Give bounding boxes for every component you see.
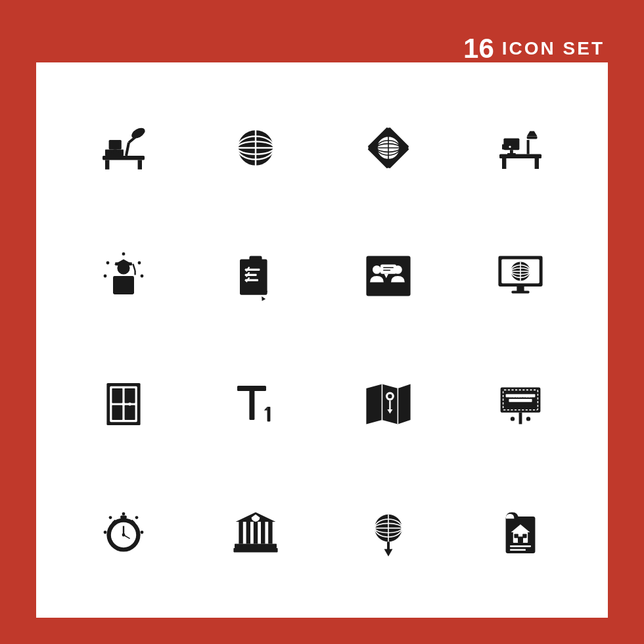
icon-map-pin — [324, 342, 453, 467]
svg-point-38 — [509, 146, 511, 148]
svg-marker-36 — [526, 131, 537, 136]
svg-point-49 — [122, 252, 126, 256]
svg-rect-30 — [534, 158, 538, 169]
svg-point-104 — [109, 516, 112, 519]
icon-desk-lamp — [59, 85, 188, 210]
svg-rect-62 — [383, 267, 394, 268]
svg-line-5 — [126, 143, 129, 156]
svg-rect-81 — [250, 386, 255, 420]
svg-point-98 — [511, 417, 515, 421]
svg-rect-33 — [507, 153, 516, 154]
svg-point-101 — [122, 513, 126, 516]
svg-rect-35 — [526, 136, 537, 139]
svg-marker-86 — [398, 384, 410, 425]
svg-rect-57 — [366, 256, 410, 296]
svg-rect-39 — [113, 276, 134, 294]
svg-rect-63 — [383, 269, 390, 271]
svg-marker-128 — [384, 549, 392, 557]
svg-rect-76 — [125, 388, 135, 403]
svg-rect-1 — [105, 160, 109, 169]
svg-rect-60 — [380, 264, 396, 273]
icon-globe — [191, 85, 320, 210]
svg-rect-136 — [510, 549, 526, 551]
svg-point-58 — [373, 265, 381, 274]
svg-point-105 — [135, 516, 139, 519]
svg-rect-77 — [112, 405, 123, 420]
icon-clipboard — [191, 214, 320, 338]
svg-rect-78 — [125, 405, 135, 420]
icon-house-scroll — [456, 470, 585, 595]
svg-point-47 — [141, 275, 144, 278]
header-number: 16 — [463, 33, 494, 64]
icon-monitor-globe — [456, 214, 585, 338]
icon-stopwatch — [59, 470, 188, 595]
svg-rect-118 — [261, 522, 265, 544]
svg-point-79 — [128, 403, 131, 406]
svg-rect-133 — [514, 534, 518, 538]
svg-rect-2 — [138, 160, 142, 169]
svg-rect-29 — [502, 158, 506, 169]
svg-rect-75 — [112, 388, 123, 403]
svg-marker-83 — [264, 407, 267, 411]
svg-point-46 — [106, 262, 110, 265]
header-title: ICON SET — [502, 38, 605, 59]
svg-rect-111 — [120, 515, 127, 518]
svg-rect-96 — [509, 399, 532, 402]
svg-point-48 — [138, 262, 141, 265]
svg-rect-8 — [109, 140, 122, 149]
svg-point-25 — [408, 146, 412, 150]
svg-marker-84 — [366, 384, 382, 425]
svg-point-26 — [386, 168, 390, 172]
svg-rect-121 — [234, 548, 278, 552]
svg-point-27 — [364, 146, 368, 150]
svg-rect-115 — [239, 522, 243, 544]
icon-thank-you-sign: THANK YOU! — [456, 342, 585, 467]
svg-point-45 — [104, 275, 107, 278]
svg-rect-97 — [518, 413, 522, 425]
svg-rect-82 — [267, 407, 271, 421]
svg-text:THANK YOU!: THANK YOU! — [509, 394, 532, 398]
svg-rect-119 — [269, 522, 273, 544]
svg-line-43 — [133, 264, 135, 271]
svg-marker-56 — [260, 295, 266, 301]
icon-typography — [191, 342, 320, 467]
svg-point-90 — [388, 394, 392, 398]
svg-rect-10 — [112, 152, 119, 153]
svg-marker-42 — [114, 259, 133, 264]
svg-point-103 — [141, 531, 144, 534]
svg-rect-135 — [510, 545, 531, 547]
svg-rect-28 — [499, 154, 541, 158]
icon-globe-network — [324, 85, 453, 210]
icon-graduation — [59, 214, 188, 338]
svg-rect-51 — [250, 256, 262, 263]
icon-location-globe — [324, 470, 453, 595]
svg-rect-0 — [103, 156, 145, 160]
white-card: THANK YOU! — [36, 62, 608, 618]
svg-point-102 — [104, 531, 107, 534]
icon-door — [59, 342, 188, 467]
svg-rect-117 — [254, 522, 258, 544]
svg-rect-120 — [235, 544, 277, 548]
svg-point-99 — [526, 417, 530, 421]
svg-rect-116 — [246, 522, 250, 544]
main-wrapper: 16 ICON SET — [26, 26, 618, 618]
icon-chat-users — [324, 214, 453, 338]
svg-rect-34 — [526, 140, 529, 154]
svg-rect-132 — [518, 536, 523, 543]
icon-desk-lamp2 — [456, 85, 585, 210]
svg-rect-134 — [522, 534, 526, 538]
svg-rect-72 — [511, 290, 529, 293]
icon-bank — [191, 470, 320, 595]
svg-point-24 — [386, 124, 390, 127]
